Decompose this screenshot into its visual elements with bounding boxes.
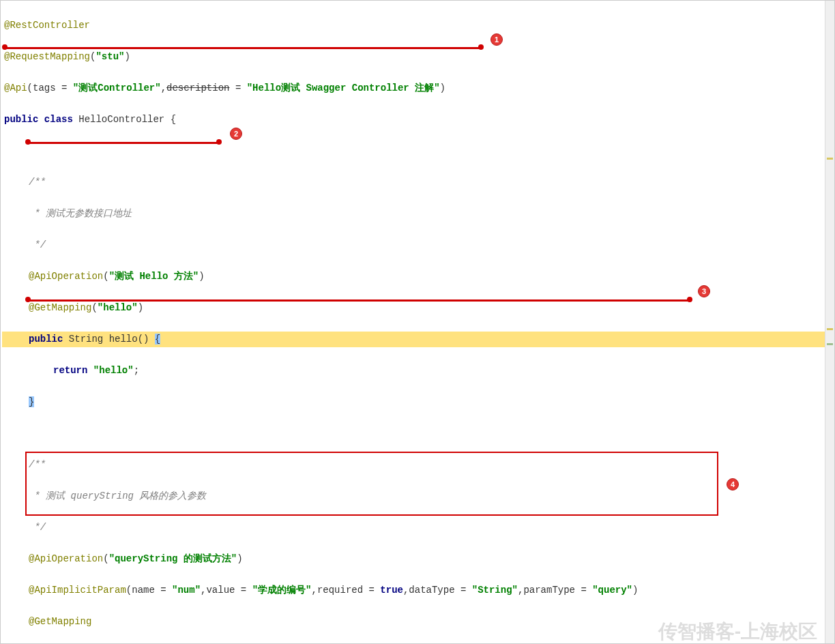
code-editor[interactable]: @RestController @RequestMapping("stu") @… (1, 1, 834, 644)
badge-4: 4 (727, 478, 739, 491)
badge-2: 2 (230, 128, 242, 140)
badge-1: 1 (490, 33, 503, 46)
redline-2 (27, 142, 219, 144)
annotation: @RestController (4, 20, 90, 31)
redline-3 (27, 299, 690, 302)
editor-gutter[interactable] (825, 1, 834, 643)
annotation: @RequestMapping (4, 51, 90, 62)
redline-1 (3, 47, 481, 49)
highlighted-method: public String hello() { (2, 332, 834, 347)
annotation-api: @Api (4, 83, 27, 93)
class-name: HelloController { (73, 114, 176, 125)
badge-3: 3 (698, 285, 710, 297)
